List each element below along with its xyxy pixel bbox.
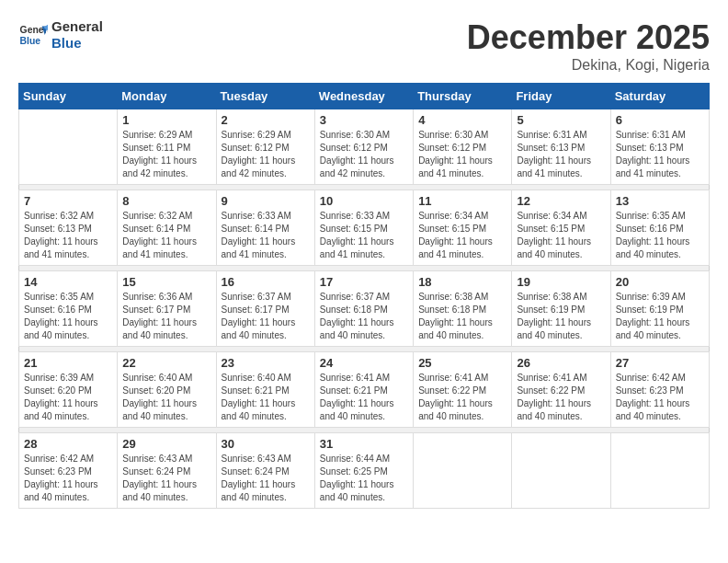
calendar-cell: 27Sunrise: 6:42 AM Sunset: 6:23 PM Dayli… — [610, 352, 709, 428]
logo-line1: General — [51, 18, 103, 35]
day-number: 3 — [320, 113, 408, 127]
day-info: Sunrise: 6:29 AM Sunset: 6:12 PM Dayligh… — [222, 129, 310, 180]
day-info: Sunrise: 6:35 AM Sunset: 6:16 PM Dayligh… — [616, 210, 704, 261]
title-block: December 2025 Dekina, Kogi, Nigeria — [467, 18, 710, 74]
calendar-cell: 14Sunrise: 6:35 AM Sunset: 6:16 PM Dayli… — [19, 271, 118, 347]
day-info: Sunrise: 6:36 AM Sunset: 6:17 PM Dayligh… — [122, 291, 210, 342]
day-info: Sunrise: 6:43 AM Sunset: 6:24 PM Dayligh… — [222, 453, 310, 504]
day-number: 24 — [320, 356, 408, 370]
calendar-cell: 2Sunrise: 6:29 AM Sunset: 6:12 PM Daylig… — [216, 109, 314, 185]
day-number: 11 — [418, 194, 506, 208]
calendar-cell: 15Sunrise: 6:36 AM Sunset: 6:17 PM Dayli… — [118, 271, 216, 347]
header-monday: Monday — [118, 84, 216, 109]
day-info: Sunrise: 6:29 AM Sunset: 6:11 PM Dayligh… — [122, 129, 210, 180]
calendar-cell: 11Sunrise: 6:34 AM Sunset: 6:15 PM Dayli… — [414, 190, 512, 266]
day-number: 27 — [616, 356, 704, 370]
calendar-cell: 23Sunrise: 6:40 AM Sunset: 6:21 PM Dayli… — [216, 352, 314, 428]
day-info: Sunrise: 6:38 AM Sunset: 6:18 PM Dayligh… — [418, 291, 506, 342]
day-info: Sunrise: 6:42 AM Sunset: 6:23 PM Dayligh… — [24, 453, 112, 504]
day-number: 28 — [24, 437, 112, 451]
day-number: 18 — [418, 275, 506, 289]
calendar-row-1: 7Sunrise: 6:32 AM Sunset: 6:13 PM Daylig… — [19, 190, 710, 266]
day-info: Sunrise: 6:31 AM Sunset: 6:13 PM Dayligh… — [616, 129, 704, 180]
day-number: 2 — [222, 113, 310, 127]
day-info: Sunrise: 6:37 AM Sunset: 6:18 PM Dayligh… — [320, 291, 408, 342]
day-number: 9 — [222, 194, 310, 208]
day-info: Sunrise: 6:37 AM Sunset: 6:17 PM Dayligh… — [222, 291, 310, 342]
day-number: 14 — [24, 275, 112, 289]
day-info: Sunrise: 6:30 AM Sunset: 6:12 PM Dayligh… — [320, 129, 408, 180]
month-title: December 2025 — [467, 18, 710, 57]
calendar-cell: 5Sunrise: 6:31 AM Sunset: 6:13 PM Daylig… — [512, 109, 610, 185]
day-info: Sunrise: 6:34 AM Sunset: 6:15 PM Dayligh… — [418, 210, 506, 261]
day-info: Sunrise: 6:31 AM Sunset: 6:13 PM Dayligh… — [517, 129, 605, 180]
day-info: Sunrise: 6:42 AM Sunset: 6:23 PM Dayligh… — [616, 372, 704, 423]
calendar-row-0: 1Sunrise: 6:29 AM Sunset: 6:11 PM Daylig… — [19, 109, 710, 185]
header-tuesday: Tuesday — [216, 84, 314, 109]
calendar-cell: 30Sunrise: 6:43 AM Sunset: 6:24 PM Dayli… — [216, 433, 314, 509]
calendar-cell: 24Sunrise: 6:41 AM Sunset: 6:21 PM Dayli… — [314, 352, 413, 428]
calendar-row-3: 21Sunrise: 6:39 AM Sunset: 6:20 PM Dayli… — [19, 352, 710, 428]
calendar-cell: 10Sunrise: 6:33 AM Sunset: 6:15 PM Dayli… — [314, 190, 413, 266]
day-number: 22 — [122, 356, 210, 370]
logo-icon: General Blue — [18, 20, 48, 50]
day-info: Sunrise: 6:40 AM Sunset: 6:20 PM Dayligh… — [122, 372, 210, 423]
calendar-cell: 16Sunrise: 6:37 AM Sunset: 6:17 PM Dayli… — [216, 271, 314, 347]
day-number: 8 — [122, 194, 210, 208]
day-info: Sunrise: 6:33 AM Sunset: 6:14 PM Dayligh… — [222, 210, 310, 261]
day-info: Sunrise: 6:43 AM Sunset: 6:24 PM Dayligh… — [122, 453, 210, 504]
day-number: 19 — [517, 275, 605, 289]
header-saturday: Saturday — [610, 84, 709, 109]
calendar-row-2: 14Sunrise: 6:35 AM Sunset: 6:16 PM Dayli… — [19, 271, 710, 347]
day-number: 31 — [320, 437, 408, 451]
calendar-cell: 9Sunrise: 6:33 AM Sunset: 6:14 PM Daylig… — [216, 190, 314, 266]
day-info: Sunrise: 6:30 AM Sunset: 6:12 PM Dayligh… — [418, 129, 506, 180]
day-info: Sunrise: 6:33 AM Sunset: 6:15 PM Dayligh… — [320, 210, 408, 261]
logo-line2: Blue — [51, 35, 103, 52]
day-info: Sunrise: 6:44 AM Sunset: 6:25 PM Dayligh… — [320, 453, 408, 504]
calendar-cell: 20Sunrise: 6:39 AM Sunset: 6:19 PM Dayli… — [610, 271, 709, 347]
day-info: Sunrise: 6:41 AM Sunset: 6:21 PM Dayligh… — [320, 372, 408, 423]
day-number: 23 — [222, 356, 310, 370]
calendar-cell: 7Sunrise: 6:32 AM Sunset: 6:13 PM Daylig… — [19, 190, 118, 266]
day-number: 12 — [517, 194, 605, 208]
day-info: Sunrise: 6:41 AM Sunset: 6:22 PM Dayligh… — [517, 372, 605, 423]
day-number: 7 — [24, 194, 112, 208]
day-number: 1 — [122, 113, 210, 127]
calendar-cell: 17Sunrise: 6:37 AM Sunset: 6:18 PM Dayli… — [314, 271, 413, 347]
day-info: Sunrise: 6:40 AM Sunset: 6:21 PM Dayligh… — [222, 372, 310, 423]
day-number: 20 — [616, 275, 704, 289]
svg-text:Blue: Blue — [20, 36, 41, 46]
header-thursday: Thursday — [414, 84, 512, 109]
calendar-cell: 19Sunrise: 6:38 AM Sunset: 6:19 PM Dayli… — [512, 271, 610, 347]
day-info: Sunrise: 6:39 AM Sunset: 6:20 PM Dayligh… — [24, 372, 112, 423]
calendar-cell: 31Sunrise: 6:44 AM Sunset: 6:25 PM Dayli… — [314, 433, 413, 509]
day-info: Sunrise: 6:32 AM Sunset: 6:13 PM Dayligh… — [24, 210, 112, 261]
day-number: 16 — [222, 275, 310, 289]
calendar-cell — [414, 433, 512, 509]
day-info: Sunrise: 6:34 AM Sunset: 6:15 PM Dayligh… — [517, 210, 605, 261]
day-number: 30 — [222, 437, 310, 451]
day-number: 29 — [122, 437, 210, 451]
day-number: 15 — [122, 275, 210, 289]
calendar-row-4: 28Sunrise: 6:42 AM Sunset: 6:23 PM Dayli… — [19, 433, 710, 509]
logo: General Blue General Blue — [18, 18, 103, 52]
calendar-cell: 21Sunrise: 6:39 AM Sunset: 6:20 PM Dayli… — [19, 352, 118, 428]
day-info: Sunrise: 6:39 AM Sunset: 6:19 PM Dayligh… — [616, 291, 704, 342]
calendar-cell: 3Sunrise: 6:30 AM Sunset: 6:12 PM Daylig… — [314, 109, 413, 185]
day-info: Sunrise: 6:32 AM Sunset: 6:14 PM Dayligh… — [122, 210, 210, 261]
calendar-cell: 22Sunrise: 6:40 AM Sunset: 6:20 PM Dayli… — [118, 352, 216, 428]
header-friday: Friday — [512, 84, 610, 109]
calendar-cell: 13Sunrise: 6:35 AM Sunset: 6:16 PM Dayli… — [610, 190, 709, 266]
calendar-cell — [610, 433, 709, 509]
calendar-cell: 29Sunrise: 6:43 AM Sunset: 6:24 PM Dayli… — [118, 433, 216, 509]
calendar-cell: 6Sunrise: 6:31 AM Sunset: 6:13 PM Daylig… — [610, 109, 709, 185]
location: Dekina, Kogi, Nigeria — [467, 57, 710, 74]
day-number: 6 — [616, 113, 704, 127]
day-number: 21 — [24, 356, 112, 370]
calendar-cell: 12Sunrise: 6:34 AM Sunset: 6:15 PM Dayli… — [512, 190, 610, 266]
calendar-cell — [512, 433, 610, 509]
day-number: 5 — [517, 113, 605, 127]
calendar-cell: 18Sunrise: 6:38 AM Sunset: 6:18 PM Dayli… — [414, 271, 512, 347]
day-number: 4 — [418, 113, 506, 127]
